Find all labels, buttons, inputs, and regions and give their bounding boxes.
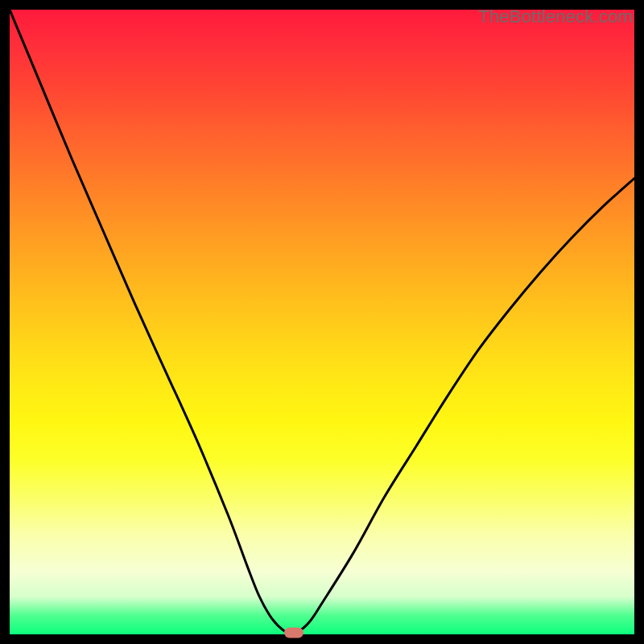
plot-background <box>10 10 634 634</box>
watermark-text: TheBottleneck.com <box>478 6 633 27</box>
chart-frame: TheBottleneck.com <box>0 0 644 644</box>
